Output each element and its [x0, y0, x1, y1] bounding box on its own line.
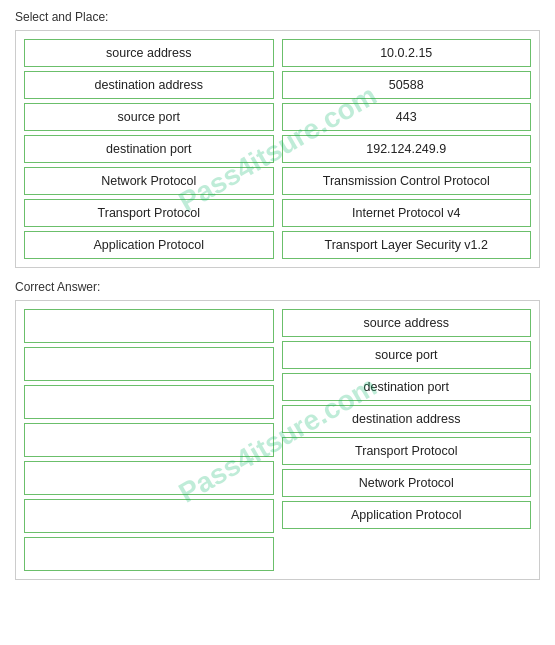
item-box[interactable]: Internet Protocol v4	[282, 199, 532, 227]
item-box[interactable]: Transport Protocol	[24, 199, 274, 227]
section1-left-col: source addressdestination addresssource …	[24, 39, 274, 259]
item-box[interactable]: Application Protocol	[24, 231, 274, 259]
item-box[interactable]: source address	[282, 309, 532, 337]
section1-label: Select and Place:	[15, 10, 540, 24]
item-box[interactable]	[24, 461, 274, 495]
item-box[interactable]: Network Protocol	[282, 469, 532, 497]
item-box[interactable]: Network Protocol	[24, 167, 274, 195]
item-box[interactable]: source address	[24, 39, 274, 67]
item-box[interactable]: source port	[24, 103, 274, 131]
item-box[interactable]: Application Protocol	[282, 501, 532, 529]
item-box[interactable]: 443	[282, 103, 532, 131]
item-box[interactable]: 50588	[282, 71, 532, 99]
item-box[interactable]: Transport Protocol	[282, 437, 532, 465]
item-box[interactable]: 192.124.249.9	[282, 135, 532, 163]
item-box[interactable]: Transmission Control Protocol	[282, 167, 532, 195]
item-box[interactable]	[24, 385, 274, 419]
section2-right-col: source addresssource portdestination por…	[282, 309, 532, 571]
item-box[interactable]: source port	[282, 341, 532, 369]
item-box[interactable]: destination port	[282, 373, 532, 401]
item-box[interactable]	[24, 309, 274, 343]
item-box[interactable]: destination address	[24, 71, 274, 99]
section1-right-col: 10.0.2.1550588443192.124.249.9Transmissi…	[282, 39, 532, 259]
item-box[interactable]: destination address	[282, 405, 532, 433]
item-box[interactable]	[24, 499, 274, 533]
section2-label: Correct Answer:	[15, 280, 540, 294]
section1-drag-drop: Pass4itsure.com source addressdestinatio…	[15, 30, 540, 268]
item-box[interactable]	[24, 423, 274, 457]
item-box[interactable]: destination port	[24, 135, 274, 163]
item-box[interactable]: 10.0.2.15	[282, 39, 532, 67]
item-box[interactable]	[24, 537, 274, 571]
section2-left-col	[24, 309, 274, 571]
item-box[interactable]	[24, 347, 274, 381]
section2-drag-drop: Pass4itsure.com source addresssource por…	[15, 300, 540, 580]
item-box[interactable]: Transport Layer Security v1.2	[282, 231, 532, 259]
